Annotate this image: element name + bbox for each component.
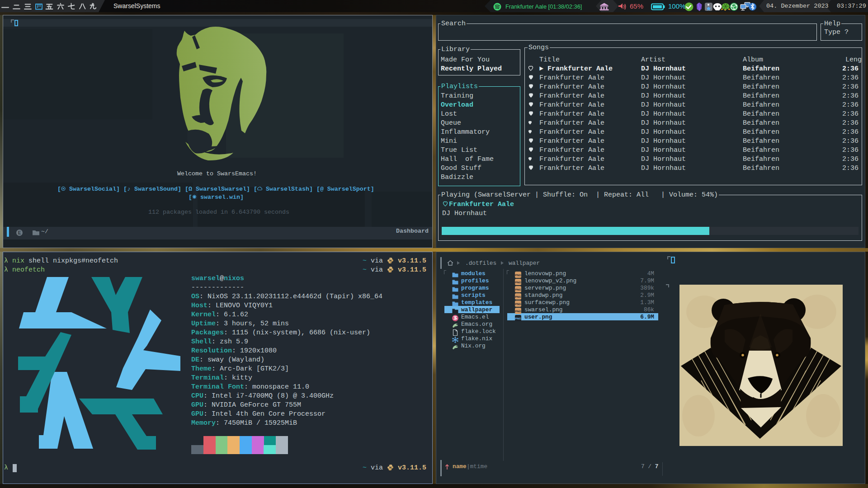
svg-text:PNG: PNG	[515, 288, 521, 291]
svg-text:PNG: PNG	[515, 310, 521, 313]
svg-text:E: E	[18, 230, 21, 235]
svg-text:PNG: PNG	[515, 317, 521, 320]
svg-text:PNG: PNG	[515, 281, 521, 284]
svg-text:PNG: PNG	[515, 273, 521, 277]
svg-text:PNG: PNG	[515, 302, 521, 305]
svg-text:PNG: PNG	[515, 295, 521, 298]
